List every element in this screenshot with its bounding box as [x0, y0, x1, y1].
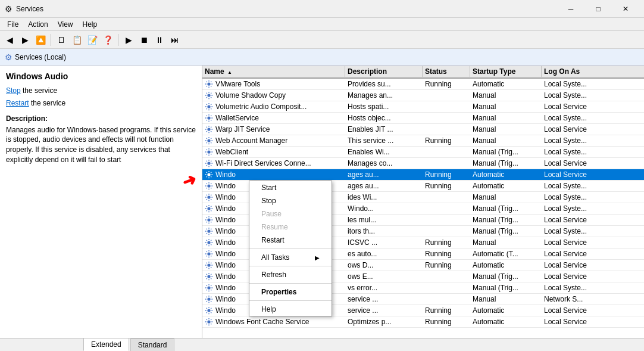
service-logon-cell: Local Service	[542, 215, 607, 225]
table-row[interactable]: Warp JIT ServiceEnables JIT ...ManualLoc…	[202, 124, 644, 135]
properties-button[interactable]: 📝	[85, 33, 99, 47]
minimize-button[interactable]: ─	[557, 0, 584, 18]
context-menu-item-refresh[interactable]: Refresh	[249, 268, 332, 281]
service-name: VMware Tools	[215, 80, 260, 88]
service-gear-icon	[205, 91, 213, 100]
table-row[interactable]: VMware ToolsProvides su...RunningAutomat…	[202, 79, 644, 90]
context-menu-item-help[interactable]: Help	[249, 303, 332, 316]
service-status-cell	[423, 117, 470, 119]
service-logon-cell: Local Service	[542, 238, 607, 247]
service-name: Windo	[215, 170, 236, 179]
play-button[interactable]: ▶	[121, 33, 136, 47]
service-gear-icon	[205, 136, 213, 145]
context-menu-item-all-tasks[interactable]: All Tasks▶	[249, 251, 332, 264]
service-startup-cell: Manual	[470, 294, 542, 304]
context-menu-item-stop[interactable]: Stop	[249, 194, 332, 207]
submenu-arrow-icon: ▶	[315, 254, 320, 261]
service-gear-icon	[205, 284, 213, 292]
service-desc-cell: Hosts spati...	[345, 102, 423, 111]
menu-action[interactable]: Action	[23, 19, 52, 30]
restart-button[interactable]: ⏭	[168, 33, 182, 47]
table-row[interactable]: Volumetric Audio Composit...Hosts spati.…	[202, 101, 644, 113]
table-row[interactable]: WebClientEnables Wi...Manual (Trig...Loc…	[202, 147, 644, 158]
maximize-button[interactable]: □	[584, 0, 612, 18]
service-logon-cell: Local Syste...	[542, 91, 607, 100]
restart-text: the service	[31, 99, 65, 107]
pause-button[interactable]: ⏸	[152, 33, 167, 47]
table-row[interactable]: Windoages au...RunningAutomaticLocal Ser…	[202, 169, 644, 181]
restart-action: Restart the service	[6, 98, 196, 108]
service-status-cell: Running	[423, 136, 470, 145]
header-logon[interactable]: Log On As	[542, 66, 607, 77]
svg-point-17	[207, 275, 210, 278]
menu-help[interactable]: Help	[78, 19, 102, 30]
service-gear-icon	[205, 193, 213, 201]
restart-link[interactable]: Restart	[6, 99, 29, 107]
service-name: Windo	[215, 182, 236, 190]
stop-link[interactable]: Stop	[6, 86, 21, 95]
service-name: Volumetric Audio Composit...	[215, 102, 307, 111]
tab-standard[interactable]: Standard	[130, 338, 175, 351]
menu-view[interactable]: View	[53, 19, 78, 30]
service-startup-cell: Manual	[470, 192, 542, 202]
breadcrumb-item-services-local[interactable]: ⚙ Services (Local)	[5, 52, 66, 62]
svg-point-6	[207, 150, 210, 153]
back-button[interactable]: ◀	[2, 33, 17, 47]
context-menu-separator	[249, 283, 332, 284]
service-logon-cell: Local Syste...	[542, 283, 607, 293]
header-status[interactable]: Status	[423, 66, 470, 77]
service-logon-cell: Local Service	[542, 272, 607, 281]
service-name-cell: Windows Font Cache Service	[202, 317, 345, 327]
up-button[interactable]: 🔼	[33, 33, 48, 47]
forward-button[interactable]: ▶	[18, 33, 32, 47]
service-desc-cell: ages au...	[345, 170, 423, 179]
service-status-cell	[423, 276, 470, 277]
context-menu-item-pause: Pause	[249, 207, 332, 220]
service-logon-cell: Local Syste...	[542, 204, 607, 213]
services-table-header: Name ▲ Description Status Startup Type L…	[202, 66, 644, 79]
service-name-cell: Warp JIT Service	[202, 125, 345, 134]
stop-text: the service	[23, 86, 57, 95]
service-desc-cell: es auto...	[345, 249, 423, 259]
service-logon-cell: Local Service	[542, 125, 607, 134]
service-startup-cell: Automatic	[470, 79, 542, 89]
service-startup-cell: Automatic	[470, 306, 542, 315]
header-name[interactable]: Name ▲	[202, 66, 345, 77]
menu-file[interactable]: File	[2, 19, 23, 30]
view-button[interactable]: 📋	[70, 33, 84, 47]
svg-point-10	[207, 195, 210, 198]
svg-point-19	[207, 297, 210, 300]
service-desc-cell: vs error...	[345, 283, 423, 293]
table-row[interactable]: Web Account ManagerThis service ...Runni…	[202, 135, 644, 147]
service-logon-cell: Local Service	[542, 159, 607, 168]
svg-point-11	[207, 207, 210, 210]
tab-extended[interactable]: Extended	[83, 338, 129, 351]
service-desc-cell: Enables JIT ...	[345, 125, 423, 134]
service-logon-cell: Local Service	[542, 102, 607, 111]
description-text: Manages audio for Windows-based programs…	[6, 125, 196, 165]
help-button[interactable]: ❓	[101, 33, 115, 47]
close-button[interactable]: ✕	[612, 0, 639, 18]
stop-button[interactable]: ⏹	[137, 33, 151, 47]
context-menu-item-properties[interactable]: Properties	[249, 285, 332, 299]
service-startup-cell: Manual (Trig...	[470, 147, 542, 157]
context-menu-item-restart[interactable]: Restart	[249, 234, 332, 247]
table-row[interactable]: Wi-Fi Direct Services Conne...Manages co…	[202, 158, 644, 169]
service-name-cell: Web Account Manager	[202, 136, 345, 145]
table-row[interactable]: Windows Font Cache ServiceOptimizes p...…	[202, 316, 644, 328]
table-row[interactable]: Volume Shadow CopyManages an...ManualLoc…	[202, 90, 644, 101]
stop-action: Stop the service	[6, 86, 196, 96]
service-desc-cell: ages au...	[345, 181, 423, 191]
service-desc-cell: Enables Wi...	[345, 147, 423, 157]
service-startup-cell: Manual	[470, 125, 542, 134]
service-name: WebClient	[215, 148, 248, 156]
context-menu-item-start[interactable]: Start	[249, 181, 332, 194]
table-row[interactable]: WalletServiceHosts objec...ManualLocal S…	[202, 113, 644, 124]
service-name: Windo	[215, 193, 236, 201]
service-name: Windo	[215, 295, 236, 303]
service-logon-cell: Local Service	[542, 170, 607, 179]
show-hide-button[interactable]: 🗌	[54, 33, 68, 47]
header-description[interactable]: Description	[345, 66, 423, 77]
service-name: WalletService	[215, 114, 259, 122]
header-startup[interactable]: Startup Type	[470, 66, 542, 77]
